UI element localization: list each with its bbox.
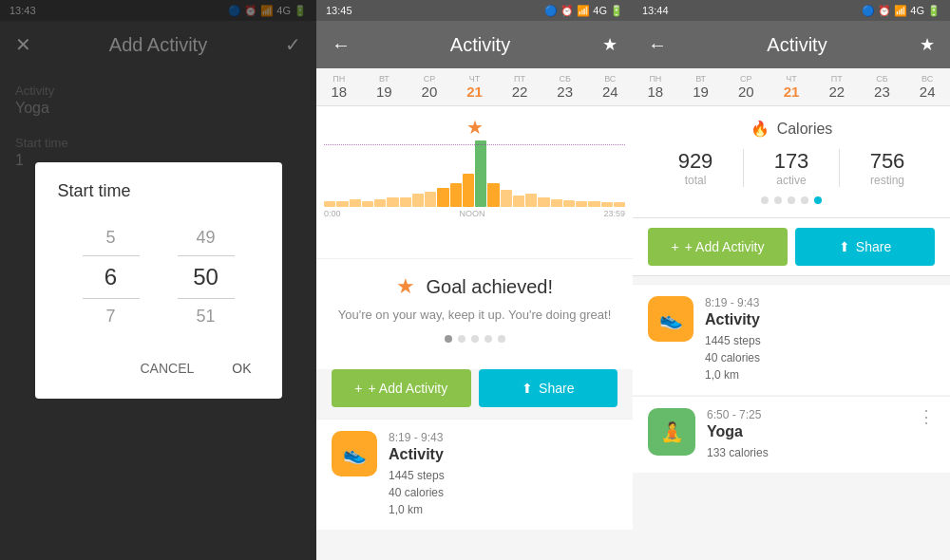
activity-name-3a: Activity	[705, 311, 935, 328]
dot-3	[471, 335, 479, 343]
chart-bar	[513, 196, 524, 207]
chart-bar	[614, 202, 625, 207]
share-button-2[interactable]: ⬆ Share	[479, 369, 618, 407]
day-wed-2[interactable]: СР 20	[407, 68, 452, 105]
calories-title: 🔥 Calories	[648, 120, 935, 138]
day-mon-3[interactable]: ПН 18	[633, 68, 678, 105]
cal-dot-1	[761, 196, 769, 204]
goal-title: ★ Goal achieved!	[332, 274, 618, 299]
day-sat-3[interactable]: СБ 23	[860, 68, 905, 105]
chart-bar	[336, 201, 348, 207]
status-icons-2: 🔵 ⏰ 📶 4G 🔋	[544, 5, 623, 17]
activity-steps-3a: 1445 steps	[705, 332, 935, 349]
time-picker-dialog: Start time 5 6 7 49 50 51	[35, 162, 282, 399]
chart-bar	[525, 194, 537, 207]
calories-row: 929 total 173 active 756 resting	[648, 149, 935, 187]
day-thu-3[interactable]: ЧТ 21	[769, 68, 814, 105]
back-icon-3[interactable]: ←	[648, 34, 667, 56]
share-icon-3: ⬆	[839, 239, 850, 254]
day-mon-2[interactable]: ПН 18	[316, 68, 362, 105]
panel-add-activity: 13:43 🔵 ⏰ 📶 4G 🔋 ✕ Add Activity ✓ Activi…	[0, 0, 316, 560]
chart-bar	[400, 197, 411, 207]
active-label: active	[744, 174, 839, 187]
star-icon-3[interactable]: ★	[920, 34, 935, 55]
total-num: 929	[648, 149, 743, 174]
star-icon-2[interactable]: ★	[602, 34, 618, 55]
minutes-column: 49 50 51	[178, 224, 235, 330]
resting-num: 756	[840, 149, 935, 174]
activity-icon-2: 👟	[332, 431, 377, 476]
activity-distance-2: 1,0 km	[389, 501, 618, 518]
day-fri-2[interactable]: ПТ 22	[497, 68, 542, 105]
activity-card-3a[interactable]: 👟 8:19 - 9:43 Activity 1445 steps 40 cal…	[633, 284, 950, 395]
activity-steps-2: 1445 steps	[389, 467, 618, 484]
dialog-title: Start time	[35, 162, 282, 216]
chart-area: ★	[316, 106, 633, 258]
calories-active: 173 active	[744, 149, 839, 187]
cal-dot-4	[801, 196, 808, 204]
ok-button[interactable]: OK	[217, 353, 266, 383]
back-icon-2[interactable]: ←	[332, 34, 351, 56]
add-activity-button-2[interactable]: + + Add Activity	[332, 369, 471, 407]
action-buttons-2: + + Add Activity ⬆ Share	[316, 369, 633, 419]
dots-indicator-2	[332, 335, 618, 343]
cal-dot-3	[788, 196, 795, 204]
chart-time-end: 23:59	[603, 209, 625, 218]
activity-card-2[interactable]: 👟 8:19 - 9:43 Activity 1445 steps 40 cal…	[316, 419, 633, 530]
chart-bar	[538, 197, 549, 207]
day-fri-3[interactable]: ПТ 22	[814, 68, 860, 105]
status-time-2: 13:45	[326, 5, 352, 16]
dialog-actions: CANCEL OK	[35, 345, 282, 399]
chart-time-start: 0:00	[324, 209, 341, 218]
chart-bar	[601, 202, 613, 207]
page-title-2: Activity	[358, 34, 602, 56]
chart-time-noon: NOON	[460, 209, 485, 218]
cal-dot-2	[774, 196, 782, 204]
dot-2	[458, 335, 466, 343]
chart-bar	[501, 190, 512, 207]
status-time-3: 13:44	[642, 5, 669, 16]
three-dots-icon[interactable]: ⋮	[918, 408, 935, 425]
day-sat-2[interactable]: СБ 23	[542, 68, 588, 105]
calories-section: 🔥 Calories 929 total 173 active 756 rest…	[633, 106, 950, 218]
chart-bar	[487, 183, 499, 207]
chart-bar-peak	[475, 140, 486, 207]
toolbar-3: ← Activity ★	[633, 21, 950, 68]
action-buttons-3: + + Add Activity ⬆ Share	[633, 218, 950, 276]
chart-bar	[362, 201, 373, 207]
cal-dot-5	[814, 196, 822, 204]
day-tue-3[interactable]: ВТ 19	[678, 68, 724, 105]
chart-bar	[412, 194, 424, 207]
time-picker[interactable]: 5 6 7 49 50 51	[35, 216, 282, 345]
add-activity-button-3[interactable]: + + Add Activity	[648, 228, 788, 266]
hour-bottom: 7	[98, 303, 123, 330]
calories-resting: 756 resting	[840, 149, 935, 187]
activity-info-3a: 8:19 - 9:43 Activity 1445 steps 40 calor…	[705, 296, 935, 383]
day-wed-3[interactable]: СР 20	[723, 68, 769, 105]
day-sun-2[interactable]: ВС 24	[587, 68, 633, 105]
activity-card-3b[interactable]: 🧘 6:50 - 7:25 Yoga 133 calories ⋮	[633, 396, 950, 473]
cancel-button[interactable]: CANCEL	[124, 353, 209, 383]
day-thu-2[interactable]: ЧТ 21	[452, 68, 498, 105]
status-icons-3: 🔵 ⏰ 📶 4G 🔋	[862, 5, 940, 17]
activity-calories-3b: 133 calories	[707, 444, 906, 461]
chart-bar	[437, 188, 448, 207]
week-nav-3: ПН 18 ВТ 19 СР 20 ЧТ 21 ПТ 22 СБ 23 ВС 2…	[633, 68, 950, 106]
chart-bar	[563, 200, 575, 207]
activity-icon-3a: 👟	[648, 296, 694, 342]
dot-4	[484, 335, 492, 343]
dot-1	[445, 335, 452, 343]
panel-activity-chart: 13:45 🔵 ⏰ 📶 4G 🔋 ← Activity ★ ПН 18 ВТ 1…	[316, 0, 633, 560]
toolbar-2: ← Activity ★	[316, 21, 633, 68]
day-sun-3[interactable]: ВС 24	[904, 68, 950, 105]
activity-time-3a: 8:19 - 9:43	[705, 296, 935, 309]
chart-bar	[374, 199, 386, 207]
chart-bar	[350, 199, 361, 207]
activity-calories-2: 40 calories	[389, 484, 618, 501]
day-tue-2[interactable]: ВТ 19	[362, 68, 408, 105]
minute-selected: 50	[185, 260, 226, 294]
share-button-3[interactable]: ⬆ Share	[795, 228, 935, 266]
activity-info-3b: 6:50 - 7:25 Yoga 133 calories	[707, 408, 906, 461]
statusbar-3: 13:44 🔵 ⏰ 📶 4G 🔋	[633, 0, 950, 21]
minute-bottom: 51	[188, 303, 222, 330]
